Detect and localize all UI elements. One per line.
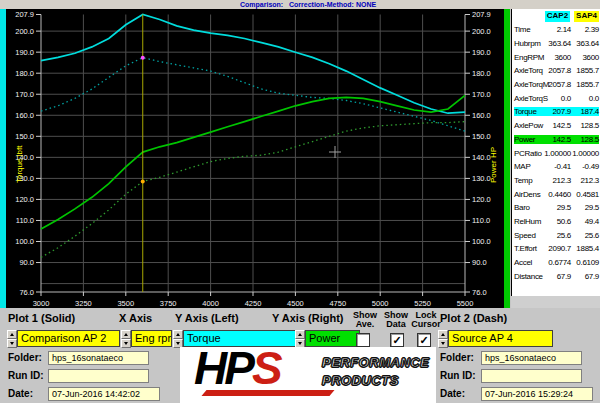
- ytick-label: 130.0: [472, 174, 491, 183]
- logo-line1: PERFORMANCE: [322, 355, 429, 370]
- spin-up-icon[interactable]: [173, 330, 183, 339]
- folder-label-right: Folder:: [440, 352, 474, 363]
- folder-field-left[interactable]: hps_16sonataeco: [48, 351, 149, 365]
- yaxis-right-header: Y Axis (Right): [272, 312, 344, 324]
- plot2-header: Plot 2 (Dash): [440, 312, 507, 324]
- run-data-table: CAP2 SAP4 Time2.142.39Hubrpm363.64363.64…: [511, 9, 600, 296]
- ytick-label: 190.0: [472, 48, 491, 57]
- table-row: PCRatio1.000001.00000: [512, 146, 600, 160]
- table-row: AxleTorqM2057.81855.7: [512, 78, 600, 92]
- xtick-label: 5250: [414, 299, 431, 308]
- date-field-left[interactable]: 07-Jun-2016 14:42:02: [48, 387, 160, 401]
- yaxis-left-header: Y Axis (Left): [175, 312, 239, 324]
- spin-up-icon[interactable]: [438, 330, 448, 339]
- runid-label-left: Run ID:: [8, 370, 44, 381]
- table-row: Time2.142.39: [512, 23, 600, 37]
- ytick-label: 160.0: [472, 111, 491, 120]
- ytick-label: 76.0: [472, 288, 487, 297]
- spin-down-icon[interactable]: [438, 339, 448, 348]
- table-row: RelHum50.649.4: [512, 215, 600, 229]
- table-row: AxleTorq2057.81855.7: [512, 64, 600, 78]
- date-field-right[interactable]: 07-Jun-2016 15:29:24: [481, 387, 593, 401]
- ytick-label: 170.0: [472, 90, 491, 99]
- ytick-label: 150.0: [472, 132, 491, 141]
- yaxis-right-select[interactable]: Power: [305, 330, 360, 347]
- ytick-label: 100.0: [15, 237, 34, 246]
- ytick-label: 180.0: [472, 69, 491, 78]
- plot1-header: Plot 1 (Solid): [8, 312, 75, 324]
- ytick-label: 150.0: [15, 132, 34, 141]
- plot2-select[interactable]: Source AP 4: [448, 330, 553, 347]
- plot1-select[interactable]: Comparison AP 2: [17, 330, 120, 347]
- show-ave-label: Show Ave.: [350, 311, 380, 329]
- dyno-app-window: Comparison: Correction-Method: NONE 207.…: [0, 0, 600, 403]
- date-label-left: Date:: [8, 388, 33, 399]
- runid-field-left[interactable]: [48, 369, 149, 383]
- ytick-label: 180.0: [15, 69, 34, 78]
- xtick-label: 3250: [75, 299, 92, 308]
- show-ave-checkbox[interactable]: [356, 333, 370, 347]
- xaxis-select[interactable]: Eng rpm: [131, 330, 172, 347]
- table-row: Speed25.625.6: [512, 228, 600, 242]
- spin-up-icon[interactable]: [121, 330, 131, 339]
- spin-down-icon[interactable]: [7, 339, 17, 348]
- table-row: AirDens0.44600.4581: [512, 187, 600, 201]
- runid-field-right[interactable]: [481, 369, 582, 383]
- right-accent-strip: [504, 9, 510, 308]
- column-header-sap4: SAP4: [574, 11, 599, 22]
- table-row: EngRPM36003600: [512, 50, 600, 64]
- dyno-plot[interactable]: 207.9207.9200.0200.0190.0190.0180.0180.0…: [0, 9, 510, 308]
- logo-line2: PRODUCTS: [322, 373, 399, 388]
- table-row: MAP-0.41-0.49: [512, 160, 600, 174]
- column-header-cap2: CAP2: [545, 11, 570, 22]
- side-panel-footer: [511, 296, 600, 308]
- table-row: Torque207.9187.4: [512, 105, 600, 119]
- xtick-label: 3750: [160, 299, 177, 308]
- top-status-bar: Comparison: Correction-Method: NONE: [0, 0, 600, 9]
- left-accent-strip: [0, 9, 6, 308]
- ytick-label: 100.0: [472, 237, 491, 246]
- logo-word: HPS: [194, 341, 280, 395]
- yaxis-left-spinner[interactable]: [173, 330, 183, 347]
- folder-label-left: Folder:: [8, 352, 42, 363]
- cursor-marker: [141, 56, 145, 60]
- ytick-label: 190.0: [15, 48, 34, 57]
- ytick-label: 200.0: [472, 27, 491, 36]
- ytick-label: 140.0: [472, 153, 491, 162]
- yaxis-right-spinner[interactable]: [295, 330, 305, 347]
- left-axis-title: Torque lbft: [15, 145, 24, 183]
- table-row: Power142.5128.5: [512, 133, 600, 147]
- xtick-label: 4500: [287, 299, 304, 308]
- xtick-label: 4750: [329, 299, 346, 308]
- xtick-label: 5500: [457, 299, 474, 308]
- table-row: Hubrpm363.64363.64: [512, 37, 600, 51]
- ytick-label: 76.0: [19, 288, 34, 297]
- folder-field-right[interactable]: hps_16sonataeco: [481, 351, 582, 365]
- ytick-label: 110.0: [16, 216, 34, 225]
- ytick-label: 207.9: [472, 10, 491, 19]
- cursor-marker: [141, 180, 145, 184]
- plot1-spinner[interactable]: [7, 330, 17, 347]
- xaxis-spinner[interactable]: [121, 330, 131, 347]
- ytick-label: 200.0: [15, 27, 34, 36]
- ytick-label: 120.0: [472, 195, 491, 204]
- xtick-label: 5000: [372, 299, 389, 308]
- xtick-label: 3500: [117, 299, 134, 308]
- spin-up-icon[interactable]: [295, 330, 305, 339]
- lock-cursor-label: Lock Cursor: [409, 311, 443, 329]
- show-data-checkbox[interactable]: ✓: [390, 333, 404, 347]
- ytick-label: 160.0: [15, 111, 34, 120]
- table-row: Temp212.3212.3: [512, 174, 600, 188]
- table-row: Baro29.529.5: [512, 201, 600, 215]
- lock-cursor-checkbox[interactable]: ✓: [417, 333, 431, 347]
- xtick-label: 4000: [202, 299, 219, 308]
- xaxis-header: X Axis: [119, 312, 152, 324]
- ytick-label: 110.0: [472, 216, 490, 225]
- spin-down-icon[interactable]: [121, 339, 131, 348]
- table-row: T.Effort2090.71885.4: [512, 242, 600, 256]
- runid-label-right: Run ID:: [440, 370, 476, 381]
- plot2-spinner[interactable]: [438, 330, 448, 347]
- spin-up-icon[interactable]: [7, 330, 17, 339]
- ytick-label: 207.9: [15, 10, 34, 19]
- table-body: Time2.142.39Hubrpm363.64363.64EngRPM3600…: [512, 23, 600, 283]
